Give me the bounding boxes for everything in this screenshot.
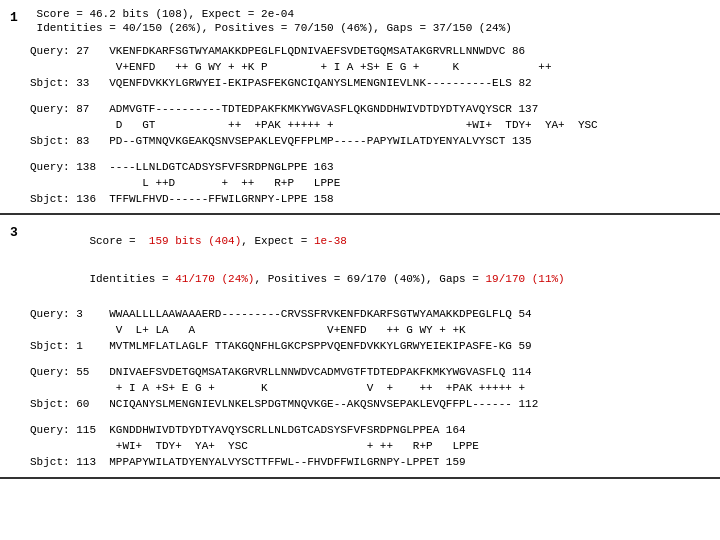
result-number-1: 1 <box>10 10 18 25</box>
align-group-3-1: Query: 3 WWAALLLLAAWAAAERD---------CRVSS… <box>30 307 710 355</box>
align-group-3-2: Query: 55 DNIVAEFSVDETGQMSATAKGRVRLLNNWD… <box>30 365 710 413</box>
result-1-content: Score = 46.2 bits (108), Expect = 2e-04 … <box>30 8 710 207</box>
result-number-3: 3 <box>10 225 18 240</box>
score-red-1: 159 bits (404) <box>149 235 241 247</box>
query-line-1-3: Query: 138 ----LLNLDGTCADSYSFVFSRDPNGLPP… <box>30 160 710 176</box>
score-line-3a: Score = 159 bits (404), Expect = 1e-38 <box>30 223 710 259</box>
middle-line-1-2: D GT ++ +PAK +++++ + +WI+ TDY+ YA+ YSC <box>30 118 710 134</box>
middle-line-1-1: V+ENFD ++ G WY + +K P + I A +S+ E G + K … <box>30 60 710 76</box>
middle-line-3-3: +WI+ TDY+ YA+ YSC + ++ R+P LPPE <box>30 439 710 455</box>
score-plain-1: Score = <box>83 235 149 247</box>
blast-results: 1 Score = 46.2 bits (108), Expect = 2e-0… <box>0 0 720 479</box>
sbjct-line-1-3: Sbjct: 136 TFFWLFHVD------FFWILGRNPY-LPP… <box>30 192 710 208</box>
score-line-3b: Identities = 41/170 (24%), Positives = 6… <box>30 261 710 297</box>
sbjct-line-1-2: Sbjct: 83 PD--GTMNQVKGEAKQSNVSEPAKLEVQFF… <box>30 134 710 150</box>
sbjct-line-3-3: Sbjct: 113 MPPAPYWILATDYENYALVYSCTTFFWL-… <box>30 455 710 471</box>
result-3-content: Score = 159 bits (404), Expect = 1e-38 I… <box>30 223 710 470</box>
sbjct-line-1-1: Sbjct: 33 VQENFDVKKYLGRWYEI-EKIPASFEKGNC… <box>30 76 710 92</box>
query-line-1-2: Query: 87 ADMVGTF----------TDTEDPAKFKMKY… <box>30 102 710 118</box>
middle-line-1-3: L ++D + ++ R+P LPPE <box>30 176 710 192</box>
id-red-1: 41/170 (24%) <box>175 273 254 285</box>
sbjct-line-3-2: Sbjct: 60 NCIQANYSLMENGNIEVLNKELSPDGTMNQ… <box>30 397 710 413</box>
align-group-1-2: Query: 87 ADMVGTF----------TDTEDPAKFKMKY… <box>30 102 710 150</box>
score-line-1b: Identities = 40/150 (26%), Positives = 7… <box>30 22 710 34</box>
score-line-1a: Score = 46.2 bits (108), Expect = 2e-04 <box>30 8 710 20</box>
sbjct-line-3-1: Sbjct: 1 MVTMLMFLATLAGLF TTAKGQNFHLGKCPS… <box>30 339 710 355</box>
result-1: 1 Score = 46.2 bits (108), Expect = 2e-0… <box>0 0 720 215</box>
align-group-1-3: Query: 138 ----LLNLDGTCADSYSFVFSRDPNGLPP… <box>30 160 710 208</box>
query-line-3-1: Query: 3 WWAALLLLAAWAAAERD---------CRVSS… <box>30 307 710 323</box>
id-plain-2: , Positives = 69/170 (40%), Gaps = <box>254 273 485 285</box>
align-group-3-3: Query: 115 KGNDDHWIVDTDYDTYAVQYSCRLLNLDG… <box>30 423 710 471</box>
align-group-1-1: Query: 27 VKENFDKARFSGTWYAMAKKDPEGLFLQDN… <box>30 44 710 92</box>
score-plain-2: , Expect = <box>241 235 314 247</box>
expect-red-1: 1e-38 <box>314 235 347 247</box>
query-line-1-1: Query: 27 VKENFDKARFSGTWYAMAKKDPEGLFLQDN… <box>30 44 710 60</box>
query-line-3-3: Query: 115 KGNDDHWIVDTDYDTYAVQYSCRLLNLDG… <box>30 423 710 439</box>
id-plain-1: Identities = <box>83 273 175 285</box>
gaps-red-1: 19/170 (11%) <box>486 273 565 285</box>
middle-line-3-2: + I A +S+ E G + K V + ++ +PAK +++++ + <box>30 381 710 397</box>
result-3: 3 Score = 159 bits (404), Expect = 1e-38… <box>0 215 720 478</box>
query-line-3-2: Query: 55 DNIVAEFSVDETGQMSATAKGRVRLLNNWD… <box>30 365 710 381</box>
middle-line-3-1: V L+ LA A V+ENFD ++ G WY + +K <box>30 323 710 339</box>
